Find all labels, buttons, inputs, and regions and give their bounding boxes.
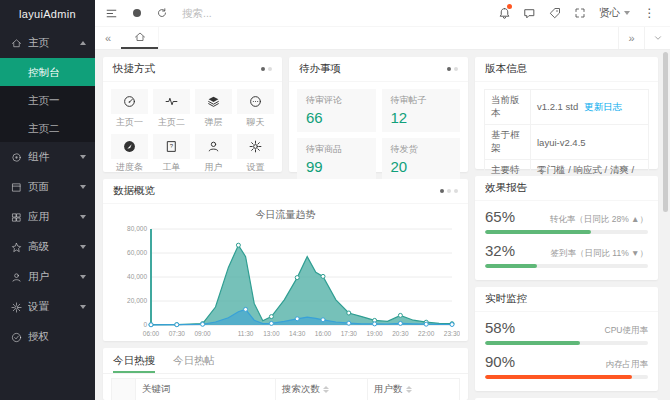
- column-label: 关键词: [142, 383, 171, 394]
- column-header-用户数: 用户数: [368, 379, 460, 400]
- active-tab-underline: [113, 371, 155, 373]
- search-input[interactable]: [182, 7, 297, 19]
- tab-home[interactable]: [121, 27, 159, 49]
- column-header-关键词: 关键词: [136, 379, 276, 400]
- sort-desc-icon: [323, 390, 329, 393]
- user-menu[interactable]: 贤心: [592, 6, 637, 20]
- sidebar: layuiAdmin 主页控制台主页一主页二组件页面应用高级用户设置授权: [0, 0, 95, 400]
- card-title: 待办事项: [299, 62, 341, 76]
- progress-bar: [485, 230, 648, 234]
- shortcut-label: 用户: [195, 161, 232, 174]
- tab-scroll-right[interactable]: »: [618, 27, 644, 49]
- carousel-dot[interactable]: [440, 189, 444, 193]
- sidebar-item-label: 页面: [28, 180, 80, 194]
- carousel-dot[interactable]: [268, 67, 272, 71]
- progress-icon: [111, 134, 148, 159]
- sidebar-subitem-控制台[interactable]: 控制台: [0, 58, 95, 86]
- shortcut-label: 弹层: [195, 116, 232, 129]
- sidebar-item-页面[interactable]: 页面: [0, 172, 95, 202]
- tab-label: 今日热帖: [173, 354, 215, 368]
- sidebar-item-高级[interactable]: 高级: [0, 232, 95, 262]
- shortcut-进度条[interactable]: 进度条: [111, 134, 148, 174]
- sidebar-item-label: 设置: [28, 300, 80, 314]
- notifications-icon[interactable]: [492, 0, 517, 27]
- sidebar-item-label: 组件: [28, 150, 80, 164]
- messages-icon[interactable]: [517, 0, 542, 27]
- home-icon: [9, 38, 23, 49]
- sidebar-subitem-主页一[interactable]: 主页一: [0, 86, 95, 114]
- svg-text:20,000: 20,000: [127, 297, 147, 304]
- shortcut-聊天[interactable]: 聊天: [237, 89, 274, 129]
- sort-icon[interactable]: [406, 386, 412, 393]
- carousel-dot[interactable]: [447, 189, 451, 193]
- sidebar-item-组件[interactable]: 组件: [0, 142, 95, 172]
- chevron-down-icon: [624, 11, 630, 15]
- tag-icon[interactable]: [542, 0, 567, 27]
- chevron-down-icon: [80, 215, 86, 219]
- effect-report-card: 效果报告 65%转化率（日同比 28% ▲）32%签到率（日同比 11% ▼）: [475, 176, 658, 280]
- refresh-icon[interactable]: [149, 0, 174, 27]
- carousel-dots: [261, 67, 272, 71]
- version-row: 当前版本v1.2.1 std更新日志: [485, 90, 649, 125]
- carousel-dot[interactable]: [454, 67, 458, 71]
- sidebar-item-设置[interactable]: 设置: [0, 292, 95, 322]
- todo-item-待审评论: 待审评论66: [297, 89, 376, 132]
- sidebar-subitem-主页二[interactable]: 主页二: [0, 114, 95, 142]
- scrollbar[interactable]: [663, 52, 668, 398]
- layers-icon: [195, 89, 232, 114]
- chevron-down-icon: [80, 155, 86, 159]
- todo-count: 99: [306, 158, 367, 175]
- svg-text:16:00: 16:00: [315, 330, 332, 337]
- topbar-left: [99, 0, 297, 27]
- todo-card: 待办事项 待审评论66待审帖子12待审商品99待发货20: [289, 57, 468, 172]
- chevron-up-icon: [80, 41, 86, 45]
- dashboard-icon: [111, 89, 148, 114]
- tab-scroll-left[interactable]: «: [95, 27, 121, 49]
- svg-text:14:30: 14:30: [289, 330, 306, 337]
- fullscreen-icon[interactable]: [567, 0, 592, 27]
- page-icon: [9, 182, 23, 193]
- shortcut-工单[interactable]: ?工单: [153, 134, 190, 174]
- progress-fill: [485, 264, 537, 268]
- carousel-dots: [440, 189, 458, 193]
- collapse-sidebar-icon[interactable]: [99, 0, 124, 27]
- todo-count: 20: [391, 158, 452, 175]
- column-label: 搜索次数: [282, 383, 320, 394]
- sidebar-item-用户[interactable]: 用户: [0, 262, 95, 292]
- card-title: 数据概览: [113, 184, 155, 198]
- tab-今日热搜[interactable]: 今日热搜: [113, 348, 155, 373]
- senior-icon: [9, 242, 23, 253]
- shortcut-label: 进度条: [111, 161, 148, 174]
- scrollbar-thumb[interactable]: [663, 52, 668, 212]
- pulse-icon: [153, 89, 190, 114]
- tab-今日热帖[interactable]: 今日热帖: [173, 348, 215, 373]
- chevron-down-icon: [80, 305, 86, 309]
- sidebar-submenu: 控制台主页一主页二: [0, 58, 95, 142]
- carousel-dot[interactable]: [261, 67, 265, 71]
- shortcut-主页一[interactable]: 主页一: [111, 89, 148, 129]
- shortcut-设置[interactable]: 设置: [237, 134, 274, 174]
- shortcut-用户[interactable]: 用户: [195, 134, 232, 174]
- tab-more-dropdown[interactable]: [644, 27, 670, 49]
- card-title: 快捷方式: [113, 62, 155, 76]
- todo-item-待审帖子: 待审帖子12: [382, 89, 461, 132]
- sort-icon[interactable]: [323, 386, 329, 393]
- sidebar-item-主页[interactable]: 主页: [0, 28, 95, 58]
- svg-text:60,000: 60,000: [127, 249, 147, 256]
- shortcut-主页二[interactable]: 主页二: [153, 89, 190, 129]
- settings-icon: [9, 302, 23, 313]
- sidebar-item-授权[interactable]: 授权: [0, 322, 95, 352]
- tabs-bar: « »: [95, 27, 670, 50]
- metric-label: 转化率（日同比 28% ▲）: [550, 214, 648, 226]
- component-icon: [9, 152, 23, 163]
- more-icon[interactable]: ⋮: [637, 0, 662, 27]
- todo-item-待审商品: 待审商品99: [297, 138, 376, 181]
- shortcut-弹层[interactable]: 弹层: [195, 89, 232, 129]
- svg-text:22:00: 22:00: [418, 330, 435, 337]
- changelog-link[interactable]: 更新日志: [584, 101, 622, 112]
- svg-text:40,000: 40,000: [127, 273, 147, 280]
- sidebar-item-应用[interactable]: 应用: [0, 202, 95, 232]
- carousel-dot[interactable]: [454, 189, 458, 193]
- theme-icon[interactable]: [124, 0, 149, 27]
- carousel-dot[interactable]: [447, 67, 451, 71]
